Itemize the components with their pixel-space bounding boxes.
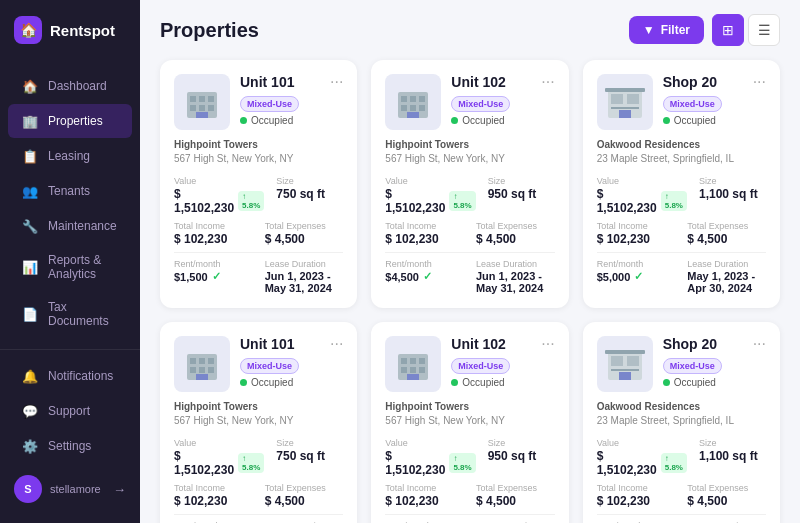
card-header: Shop 20 Mixed-Use Occupied ··· xyxy=(597,74,766,130)
sidebar-label-leasing: Leasing xyxy=(48,149,90,163)
property-info: Unit 102 Mixed-Use Occupied xyxy=(451,336,531,388)
svg-rect-36 xyxy=(419,367,425,373)
sidebar-item-notifications[interactable]: 🔔Notifications xyxy=(8,359,132,393)
sidebar-item-dashboard[interactable]: 🏠Dashboard xyxy=(8,69,132,103)
expenses-value: $ 4,500 xyxy=(476,494,555,508)
rent-item: Rent/month $5,000 ✓ xyxy=(597,259,676,294)
stats-row: Value $ 1,5102,230 ↑ 5.8% Size 750 sq ft xyxy=(174,176,343,215)
svg-rect-31 xyxy=(401,358,407,364)
property-address: Highpoint Towers 567 High St, New York, … xyxy=(174,138,343,166)
building-name: Oakwood Residences xyxy=(597,138,766,152)
card-divider xyxy=(174,514,343,515)
prop-name-row: Shop 20 Mixed-Use xyxy=(663,336,743,374)
sidebar-nav: 🏠Dashboard🏢Properties📋Leasing👥Tenants🔧Ma… xyxy=(0,60,140,349)
card-divider xyxy=(597,514,766,515)
prop-name-row: Unit 101 Mixed-Use xyxy=(240,336,320,374)
property-status: Occupied xyxy=(240,377,320,388)
income-label: Total Income xyxy=(597,221,676,231)
support-icon: 💬 xyxy=(22,403,38,419)
settings-icon: ⚙️ xyxy=(22,438,38,454)
sidebar-label-tenants: Tenants xyxy=(48,184,90,198)
size-value: 750 sq ft xyxy=(276,449,343,463)
card-more-button[interactable]: ··· xyxy=(541,336,554,352)
sidebar-label-support: Support xyxy=(48,404,90,418)
lease-item: Lease Duration Jun 1, 2023 - May 31, 202… xyxy=(476,259,555,294)
value-stat: Value $ 1,5102,230 ↑ 5.8% xyxy=(174,176,264,215)
size-value: 950 sq ft xyxy=(488,187,555,201)
property-name: Shop 20 xyxy=(663,74,717,90)
property-badge: Mixed-Use xyxy=(240,96,299,112)
svg-rect-20 xyxy=(619,110,631,118)
filter-button[interactable]: ▼ Filter xyxy=(629,16,704,44)
sidebar-item-settings[interactable]: ⚙️Settings xyxy=(8,429,132,463)
svg-rect-7 xyxy=(196,112,208,118)
stats-row: Value $ 1,5102,230 ↑ 5.8% Size 1,100 sq … xyxy=(597,438,766,477)
logout-icon[interactable]: → xyxy=(113,482,126,497)
expenses-value: $ 4,500 xyxy=(476,232,555,246)
value-amount: $ 1,5102,230 ↑ 5.8% xyxy=(385,187,475,215)
expenses-label: Total Expenses xyxy=(265,483,344,493)
lease-item: Lease Duration Jun 1, 2023 - May 31, 202… xyxy=(265,259,344,294)
sidebar-item-tenants[interactable]: 👥Tenants xyxy=(8,174,132,208)
street-address: 567 High St, New York, NY xyxy=(174,152,343,166)
income-label: Total Income xyxy=(174,221,253,231)
income-stats-row: Total Income $ 102,230 Total Expenses $ … xyxy=(597,483,766,508)
card-divider xyxy=(385,252,554,253)
value-label: Value xyxy=(385,438,475,448)
sidebar-item-leasing[interactable]: 📋Leasing xyxy=(8,139,132,173)
income-stat: Total Income $ 102,230 xyxy=(174,483,253,508)
size-value: 1,100 sq ft xyxy=(699,187,766,201)
card-more-button[interactable]: ··· xyxy=(753,336,766,352)
svg-rect-17 xyxy=(611,94,623,104)
list-view-button[interactable]: ☰ xyxy=(748,14,780,46)
expenses-stat: Total Expenses $ 4,500 xyxy=(265,221,344,246)
status-text: Occupied xyxy=(674,115,716,126)
property-info: Unit 101 Mixed-Use Occupied xyxy=(240,74,320,126)
property-card: Unit 102 Mixed-Use Occupied ··· Highpoin… xyxy=(371,60,568,308)
size-stat: Size 750 sq ft xyxy=(276,438,343,477)
expenses-stat: Total Expenses $ 4,500 xyxy=(687,483,766,508)
expenses-stat: Total Expenses $ 4,500 xyxy=(476,221,555,246)
lease-label: Lease Duration xyxy=(476,259,555,269)
income-label: Total Income xyxy=(174,483,253,493)
card-divider xyxy=(597,252,766,253)
card-more-button[interactable]: ··· xyxy=(541,74,554,90)
svg-rect-11 xyxy=(419,96,425,102)
value-label: Value xyxy=(597,176,687,186)
property-card: Unit 101 Mixed-Use Occupied ··· Highpoin… xyxy=(160,60,357,308)
svg-rect-14 xyxy=(419,105,425,111)
property-badge: Mixed-Use xyxy=(663,96,722,112)
svg-rect-39 xyxy=(611,356,623,366)
card-more-button[interactable]: ··· xyxy=(330,74,343,90)
reports-icon: 📊 xyxy=(22,259,38,275)
expenses-stat: Total Expenses $ 4,500 xyxy=(476,483,555,508)
building-name: Highpoint Towers xyxy=(174,400,343,414)
sidebar-item-support[interactable]: 💬Support xyxy=(8,394,132,428)
size-label: Size xyxy=(276,438,343,448)
status-text: Occupied xyxy=(462,377,504,388)
sidebar-item-properties[interactable]: 🏢Properties xyxy=(8,104,132,138)
expenses-label: Total Expenses xyxy=(476,221,555,231)
card-header: Shop 20 Mixed-Use Occupied ··· xyxy=(597,336,766,392)
sidebar-item-reports[interactable]: 📊Reports & Analytics xyxy=(8,244,132,290)
income-label: Total Income xyxy=(385,483,464,493)
cards-area: Unit 101 Mixed-Use Occupied ··· Highpoin… xyxy=(140,56,800,523)
rent-check-icon: ✓ xyxy=(212,270,221,283)
size-stat: Size 1,100 sq ft xyxy=(699,176,766,215)
svg-rect-2 xyxy=(199,96,205,102)
sidebar-item-maintenance[interactable]: 🔧Maintenance xyxy=(8,209,132,243)
grid-view-button[interactable]: ⊞ xyxy=(712,14,744,46)
sidebar: 🏠 Rentspot 🏠Dashboard🏢Properties📋Leasing… xyxy=(0,0,140,523)
svg-rect-25 xyxy=(208,358,214,364)
property-info: Unit 102 Mixed-Use Occupied xyxy=(451,74,531,126)
income-value: $ 102,230 xyxy=(597,494,676,508)
sidebar-item-tax[interactable]: 📄Tax Documents xyxy=(8,291,132,337)
card-more-button[interactable]: ··· xyxy=(753,74,766,90)
value-badge: ↑ 5.8% xyxy=(449,191,475,211)
card-more-button[interactable]: ··· xyxy=(330,336,343,352)
sidebar-label-tax: Tax Documents xyxy=(48,300,118,328)
lease-start: Jun 1, 2023 - xyxy=(265,270,331,282)
card-header: Unit 101 Mixed-Use Occupied ··· xyxy=(174,336,343,392)
building-name: Highpoint Towers xyxy=(385,138,554,152)
income-stats-row: Total Income $ 102,230 Total Expenses $ … xyxy=(385,221,554,246)
